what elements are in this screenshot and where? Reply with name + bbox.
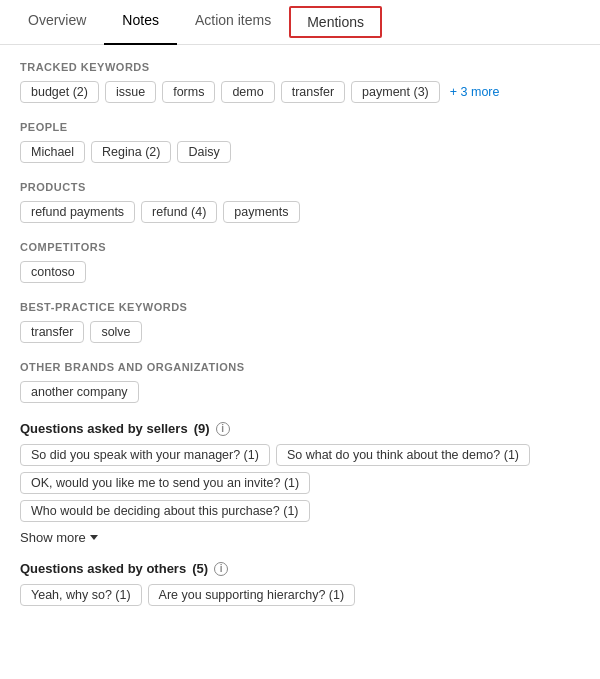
questions-sellers-label: Questions asked by sellers bbox=[20, 421, 188, 436]
section-title-people: PEOPLE bbox=[20, 121, 580, 133]
tag-refund-payments[interactable]: refund payments bbox=[20, 201, 135, 223]
question-tag-why-so[interactable]: Yeah, why so? (1) bbox=[20, 584, 142, 606]
tab-overview[interactable]: Overview bbox=[10, 0, 104, 45]
tag-regina[interactable]: Regina (2) bbox=[91, 141, 171, 163]
tag-forms[interactable]: forms bbox=[162, 81, 215, 103]
tag-contoso[interactable]: contoso bbox=[20, 261, 86, 283]
section-people: PEOPLE Michael Regina (2) Daisy bbox=[20, 121, 580, 163]
tracked-keywords-tags: budget (2) issue forms demo transfer pay… bbox=[20, 81, 580, 103]
competitors-tags: contoso bbox=[20, 261, 580, 283]
section-other-brands: OTHER BRANDS AND ORGANIZATIONS another c… bbox=[20, 361, 580, 403]
question-tag-hierarchy[interactable]: Are you supporting hierarchy? (1) bbox=[148, 584, 356, 606]
questions-others-count: (5) bbox=[192, 561, 208, 576]
section-tracked-keywords: TRACKED KEYWORDS budget (2) issue forms … bbox=[20, 61, 580, 103]
tab-action-items[interactable]: Action items bbox=[177, 0, 289, 45]
tag-transfer[interactable]: transfer bbox=[281, 81, 345, 103]
more-keywords-link[interactable]: + 3 more bbox=[446, 81, 504, 103]
questions-sellers-tags: So did you speak with your manager? (1) … bbox=[20, 444, 580, 522]
tag-refund[interactable]: refund (4) bbox=[141, 201, 217, 223]
tag-payments[interactable]: payments bbox=[223, 201, 299, 223]
tag-solve[interactable]: solve bbox=[90, 321, 141, 343]
chevron-down-icon bbox=[90, 535, 98, 540]
section-title-best-practice: BEST-PRACTICE KEYWORDS bbox=[20, 301, 580, 313]
show-more-button[interactable]: Show more bbox=[20, 530, 580, 545]
section-questions-sellers: Questions asked by sellers (9) i So did … bbox=[20, 421, 580, 545]
other-brands-tags: another company bbox=[20, 381, 580, 403]
questions-sellers-info-icon[interactable]: i bbox=[216, 422, 230, 436]
best-practice-tags: transfer solve bbox=[20, 321, 580, 343]
questions-sellers-count: (9) bbox=[194, 421, 210, 436]
people-tags: Michael Regina (2) Daisy bbox=[20, 141, 580, 163]
section-products: PRODUCTS refund payments refund (4) paym… bbox=[20, 181, 580, 223]
section-title-products: PRODUCTS bbox=[20, 181, 580, 193]
question-tag-invite[interactable]: OK, would you like me to send you an inv… bbox=[20, 472, 310, 494]
tag-issue[interactable]: issue bbox=[105, 81, 156, 103]
section-title-competitors: COMPETITORS bbox=[20, 241, 580, 253]
products-tags: refund payments refund (4) payments bbox=[20, 201, 580, 223]
tab-bar: Overview Notes Action items Mentions bbox=[0, 0, 600, 45]
tag-another-company[interactable]: another company bbox=[20, 381, 139, 403]
question-tag-manager[interactable]: So did you speak with your manager? (1) bbox=[20, 444, 270, 466]
section-competitors: COMPETITORS contoso bbox=[20, 241, 580, 283]
main-content: TRACKED KEYWORDS budget (2) issue forms … bbox=[0, 45, 600, 638]
section-title-other-brands: OTHER BRANDS AND ORGANIZATIONS bbox=[20, 361, 580, 373]
show-more-label: Show more bbox=[20, 530, 86, 545]
tab-mentions[interactable]: Mentions bbox=[289, 6, 382, 38]
section-best-practice: BEST-PRACTICE KEYWORDS transfer solve bbox=[20, 301, 580, 343]
tag-daisy[interactable]: Daisy bbox=[177, 141, 230, 163]
section-title-tracked-keywords: TRACKED KEYWORDS bbox=[20, 61, 580, 73]
question-tag-deciding[interactable]: Who would be deciding about this purchas… bbox=[20, 500, 310, 522]
tag-michael[interactable]: Michael bbox=[20, 141, 85, 163]
tag-transfer-bp[interactable]: transfer bbox=[20, 321, 84, 343]
questions-others-info-icon[interactable]: i bbox=[214, 562, 228, 576]
questions-sellers-title: Questions asked by sellers (9) i bbox=[20, 421, 580, 436]
questions-others-tags: Yeah, why so? (1) Are you supporting hie… bbox=[20, 584, 580, 606]
tag-payment[interactable]: payment (3) bbox=[351, 81, 440, 103]
section-questions-others: Questions asked by others (5) i Yeah, wh… bbox=[20, 561, 580, 606]
questions-others-label: Questions asked by others bbox=[20, 561, 186, 576]
tag-budget[interactable]: budget (2) bbox=[20, 81, 99, 103]
tab-notes[interactable]: Notes bbox=[104, 0, 177, 45]
question-tag-demo[interactable]: So what do you think about the demo? (1) bbox=[276, 444, 530, 466]
tag-demo[interactable]: demo bbox=[221, 81, 274, 103]
questions-others-title: Questions asked by others (5) i bbox=[20, 561, 580, 576]
